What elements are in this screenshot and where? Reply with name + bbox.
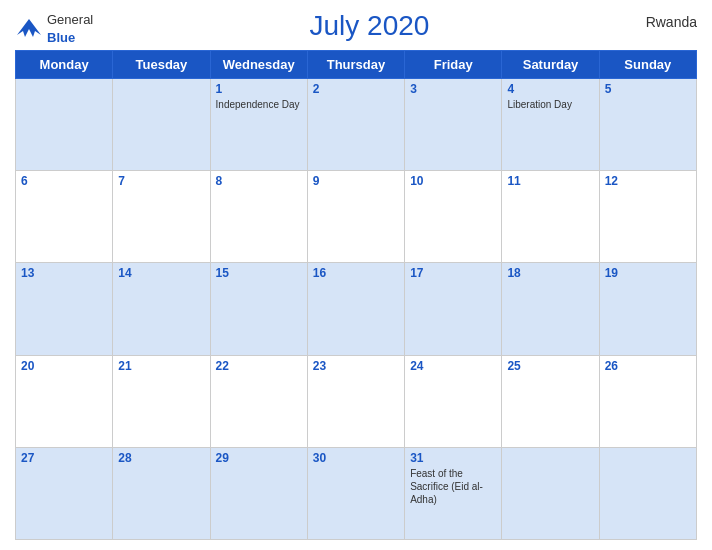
calendar-cell: 19 (599, 263, 696, 355)
weekday-header-row: MondayTuesdayWednesdayThursdayFridaySatu… (16, 51, 697, 79)
day-number: 7 (118, 174, 204, 188)
day-number: 30 (313, 451, 399, 465)
calendar-cell: 24 (405, 355, 502, 447)
weekday-header-tuesday: Tuesday (113, 51, 210, 79)
day-number: 14 (118, 266, 204, 280)
calendar-cell: 13 (16, 263, 113, 355)
day-number: 3 (410, 82, 496, 96)
holiday-name: Independence Day (216, 98, 302, 111)
day-number: 16 (313, 266, 399, 280)
day-number: 28 (118, 451, 204, 465)
calendar-cell: 8 (210, 171, 307, 263)
day-number: 6 (21, 174, 107, 188)
holiday-name: Liberation Day (507, 98, 593, 111)
day-number: 13 (21, 266, 107, 280)
calendar-cell: 9 (307, 171, 404, 263)
day-number: 17 (410, 266, 496, 280)
calendar-week-row: 1Independence Day234Liberation Day5 (16, 79, 697, 171)
calendar-cell: 17 (405, 263, 502, 355)
logo-bird-icon (15, 17, 43, 39)
calendar-cell: 11 (502, 171, 599, 263)
calendar-cell: 22 (210, 355, 307, 447)
day-number: 12 (605, 174, 691, 188)
calendar-title-area: July 2020 (93, 10, 645, 42)
day-number: 23 (313, 359, 399, 373)
calendar-week-row: 6789101112 (16, 171, 697, 263)
day-number: 21 (118, 359, 204, 373)
calendar-cell (16, 79, 113, 171)
calendar-cell: 14 (113, 263, 210, 355)
svg-marker-0 (17, 19, 41, 37)
day-number: 25 (507, 359, 593, 373)
calendar-title: July 2020 (93, 10, 645, 42)
weekday-header-saturday: Saturday (502, 51, 599, 79)
calendar-cell: 25 (502, 355, 599, 447)
day-number: 10 (410, 174, 496, 188)
calendar-cell: 3 (405, 79, 502, 171)
calendar-week-row: 20212223242526 (16, 355, 697, 447)
calendar-cell (599, 447, 696, 539)
day-number: 5 (605, 82, 691, 96)
calendar-cell: 7 (113, 171, 210, 263)
day-number: 11 (507, 174, 593, 188)
day-number: 8 (216, 174, 302, 188)
calendar-table: MondayTuesdayWednesdayThursdayFridaySatu… (15, 50, 697, 540)
calendar-cell: 23 (307, 355, 404, 447)
day-number: 24 (410, 359, 496, 373)
calendar-week-row: 13141516171819 (16, 263, 697, 355)
holiday-name: Feast of the Sacrifice (Eid al-Adha) (410, 467, 496, 506)
day-number: 27 (21, 451, 107, 465)
calendar-cell (502, 447, 599, 539)
day-number: 22 (216, 359, 302, 373)
day-number: 31 (410, 451, 496, 465)
calendar-cell: 10 (405, 171, 502, 263)
day-number: 9 (313, 174, 399, 188)
day-number: 29 (216, 451, 302, 465)
weekday-header-sunday: Sunday (599, 51, 696, 79)
calendar-cell: 15 (210, 263, 307, 355)
calendar-cell: 1Independence Day (210, 79, 307, 171)
calendar-cell: 18 (502, 263, 599, 355)
day-number: 15 (216, 266, 302, 280)
weekday-header-friday: Friday (405, 51, 502, 79)
calendar-cell: 26 (599, 355, 696, 447)
calendar-cell: 2 (307, 79, 404, 171)
day-number: 4 (507, 82, 593, 96)
logo: General Blue (15, 10, 93, 46)
day-number: 1 (216, 82, 302, 96)
calendar-cell: 5 (599, 79, 696, 171)
weekday-header-monday: Monday (16, 51, 113, 79)
calendar-cell: 4Liberation Day (502, 79, 599, 171)
calendar-cell: 31Feast of the Sacrifice (Eid al-Adha) (405, 447, 502, 539)
day-number: 26 (605, 359, 691, 373)
calendar-cell: 16 (307, 263, 404, 355)
calendar-cell: 27 (16, 447, 113, 539)
calendar-cell: 21 (113, 355, 210, 447)
calendar-cell: 12 (599, 171, 696, 263)
calendar-cell: 29 (210, 447, 307, 539)
logo-text: General Blue (47, 10, 93, 46)
weekday-header-thursday: Thursday (307, 51, 404, 79)
logo-general: General (47, 12, 93, 27)
calendar-week-row: 2728293031Feast of the Sacrifice (Eid al… (16, 447, 697, 539)
weekday-header-wednesday: Wednesday (210, 51, 307, 79)
calendar-cell (113, 79, 210, 171)
calendar-cell: 30 (307, 447, 404, 539)
logo-blue: Blue (47, 30, 75, 45)
day-number: 18 (507, 266, 593, 280)
day-number: 20 (21, 359, 107, 373)
calendar-cell: 28 (113, 447, 210, 539)
day-number: 19 (605, 266, 691, 280)
day-number: 2 (313, 82, 399, 96)
country-label: Rwanda (646, 10, 697, 30)
calendar-cell: 20 (16, 355, 113, 447)
calendar-cell: 6 (16, 171, 113, 263)
page-header: General Blue July 2020 Rwanda (15, 10, 697, 46)
